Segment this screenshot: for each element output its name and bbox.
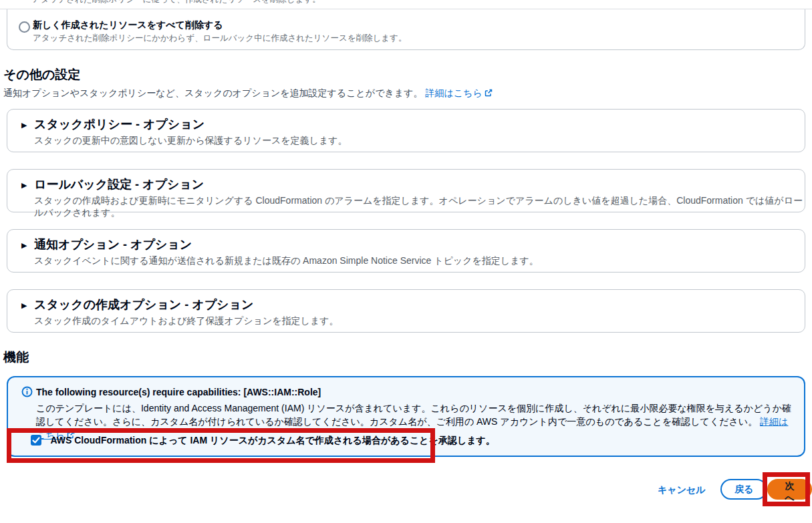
capabilities-heading: 機能 xyxy=(3,349,29,366)
expand-arrow-icon[interactable]: ▶ xyxy=(21,301,27,310)
stack-failure-options-panel: 新しく作成されたリソースをすべて削除する アタッチされた削除ポリシーにかかわらず… xyxy=(7,9,805,50)
back-button[interactable]: 戻る xyxy=(720,479,767,500)
radio-label[interactable]: 新しく作成されたリソースをすべて削除する xyxy=(33,19,223,31)
alert-body-text: このテンプレートには、Identity and Access Managemen… xyxy=(36,403,791,427)
expandable-section-description: スタックの更新中の意図しない更新から保護するリソースを定義します。 xyxy=(34,135,348,147)
expandable-section-title[interactable]: ロールバック設定 - オプション xyxy=(34,176,204,192)
expandable-section-notification-options[interactable]: ▶ 通知オプション - オプション スタックイベントに関する通知が送信される新規… xyxy=(7,229,805,273)
expandable-section-title[interactable]: スタックの作成オプション - オプション xyxy=(34,297,253,313)
iam-acknowledge-row: AWS CloudFormation によって IAM リソースがカスタム名で作… xyxy=(31,434,495,447)
expandable-section-title[interactable]: 通知オプション - オプション xyxy=(34,236,192,252)
alert-heading: The following resource(s) require capabi… xyxy=(36,387,321,397)
other-settings-description: 通知オプションやスタックポリシーなど、スタックのオプションを追加設定することがで… xyxy=(3,88,493,100)
clipped-radio-description: アタッチされた削除ポリシーに従って、作成されたリソースを削除します。 xyxy=(32,0,634,5)
expand-arrow-icon[interactable]: ▶ xyxy=(21,181,27,190)
expand-arrow-icon[interactable]: ▶ xyxy=(21,241,27,250)
expandable-section-rollback-config[interactable]: ▶ ロールバック設定 - オプション スタックの作成時および更新時にモニタリング… xyxy=(7,169,805,212)
other-settings-learn-more-link[interactable]: 詳細はこちら xyxy=(425,88,492,98)
expandable-section-description: スタックの作成時および更新時にモニタリングする CloudFormation の… xyxy=(34,195,805,219)
cancel-link[interactable]: キャンセル xyxy=(658,484,706,496)
expandable-section-description: スタックイベントに関する通知が送信される新規または既存の Amazon Simp… xyxy=(34,255,539,267)
capabilities-info-alert: The following resource(s) require capabi… xyxy=(7,376,805,457)
expandable-section-stack-creation-options[interactable]: ▶ スタックの作成オプション - オプション スタック作成のタイムアウトおよび終… xyxy=(7,289,805,333)
next-button[interactable]: 次へ xyxy=(767,479,812,500)
radio-description: アタッチされた削除ポリシーにかかわらず、ロールバック中に作成されたリソースを削除… xyxy=(33,33,406,44)
expand-arrow-icon[interactable]: ▶ xyxy=(21,121,27,130)
other-settings-description-text: 通知オプションやスタックポリシーなど、スタックのオプションを追加設定することがで… xyxy=(3,88,422,98)
expandable-section-description: スタック作成のタイムアウトおよび終了保護オプションを指定します。 xyxy=(34,315,339,327)
info-icon xyxy=(21,386,33,397)
expandable-section-stack-policy[interactable]: ▶ スタックポリシー - オプション スタックの更新中の意図しない更新から保護す… xyxy=(7,109,805,152)
iam-acknowledge-label[interactable]: AWS CloudFormation によって IAM リソースがカスタム名で作… xyxy=(50,435,495,446)
iam-acknowledge-checkbox[interactable] xyxy=(31,435,41,446)
radio-delete-new-resources[interactable] xyxy=(19,21,30,33)
expandable-section-title[interactable]: スタックポリシー - オプション xyxy=(34,116,205,132)
external-link-icon xyxy=(485,89,493,97)
other-settings-heading: その他の設定 xyxy=(3,66,80,83)
